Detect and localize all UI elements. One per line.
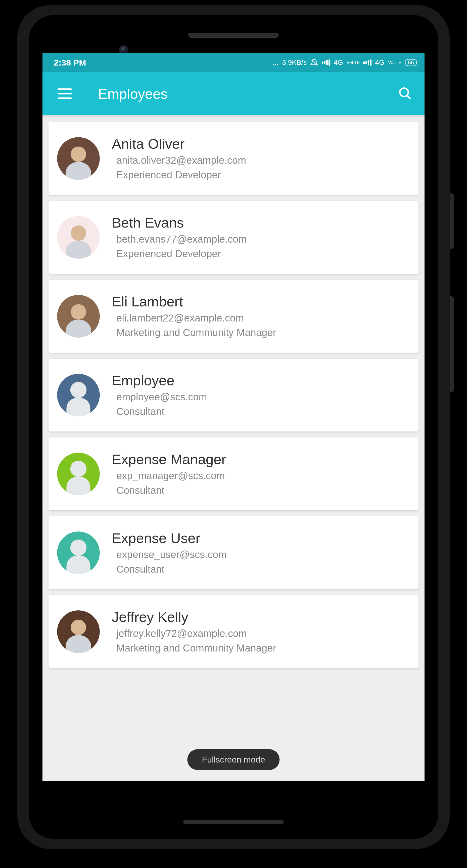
avatar — [57, 610, 100, 653]
employee-card[interactable]: Employeeemployee@scs.comConsultant — [49, 359, 418, 432]
employee-email: beth.evans77@example.com — [116, 233, 247, 245]
svg-point-9 — [70, 304, 86, 319]
employee-card[interactable]: Eli Lamberteli.lambert22@example.comMark… — [49, 280, 418, 352]
toast-text: Fullscreen mode — [202, 755, 265, 764]
employee-card[interactable]: Anita Oliveranita.oliver32@example.comEx… — [49, 122, 418, 195]
menu-icon[interactable] — [58, 88, 71, 99]
fullscreen-toast: Fullscreen mode — [187, 749, 280, 770]
search-icon[interactable] — [398, 86, 412, 101]
app-bar: Employees — [42, 72, 425, 115]
svg-point-12 — [70, 382, 87, 398]
employee-role: Experienced Developer — [116, 168, 246, 181]
avatar — [57, 295, 100, 338]
employee-info: Employeeemployee@scs.comConsultant — [112, 372, 207, 418]
employee-email: anita.oliver32@example.com — [116, 154, 246, 166]
employee-role: Marketing and Community Manager — [116, 642, 276, 654]
employee-info: Beth Evansbeth.evans77@example.comExperi… — [112, 215, 247, 260]
avatar — [57, 216, 100, 259]
status-volte-1: VoLTE — [347, 60, 360, 65]
employee-role: Consultant — [116, 405, 207, 418]
signal-icon — [363, 60, 372, 66]
employee-name: Anita Oliver — [112, 136, 246, 152]
employee-info: Expense Managerexp_manager@scs.comConsul… — [112, 451, 226, 497]
employee-card[interactable]: Expense Userexpense_user@scs.comConsulta… — [49, 516, 418, 589]
screen: 2:38 PM ... 3.9KB/s 4G VoLTE 4G — [42, 53, 425, 781]
employee-email: exp_manager@scs.com — [116, 469, 226, 482]
svg-point-16 — [70, 539, 87, 556]
phone-side-button — [450, 193, 454, 249]
employee-info: Anita Oliveranita.oliver32@example.comEx… — [112, 136, 246, 181]
employee-role: Marketing and Community Manager — [116, 326, 276, 339]
dnd-icon — [310, 59, 318, 67]
status-bar: 2:38 PM ... 3.9KB/s 4G VoLTE 4G — [42, 53, 425, 72]
employee-info: Eli Lamberteli.lambert22@example.comMark… — [112, 293, 276, 339]
svg-point-18 — [70, 620, 86, 635]
employee-info: Jeffrey Kellyjeffrey.kelly72@example.com… — [112, 609, 276, 654]
avatar — [57, 137, 100, 180]
avatar — [57, 374, 100, 416]
page-title: Employees — [98, 86, 398, 102]
status-time: 2:38 PM — [54, 58, 86, 68]
employee-role: Experienced Developer — [116, 247, 247, 260]
status-right: ... 3.9KB/s 4G VoLTE 4G VoLTE 66 — [273, 59, 417, 67]
employee-email: eli.lambert22@example.com — [116, 312, 276, 324]
employee-email: employee@scs.com — [116, 391, 207, 403]
employee-card[interactable]: Expense Managerexp_manager@scs.comConsul… — [49, 437, 418, 510]
employee-info: Expense Userexpense_user@scs.comConsulta… — [112, 530, 227, 576]
phone-bezel: 2:38 PM ... 3.9KB/s 4G VoLTE 4G — [29, 15, 438, 839]
employee-name: Employee — [112, 372, 207, 389]
employee-name: Expense Manager — [112, 451, 226, 467]
employee-email: jeffrey.kelly72@example.com — [116, 627, 276, 640]
employee-card[interactable]: Jeffrey Kellyjeffrey.kelly72@example.com… — [49, 595, 418, 668]
phone-frame: 2:38 PM ... 3.9KB/s 4G VoLTE 4G — [17, 5, 450, 849]
employee-card[interactable]: Beth Evansbeth.evans77@example.comExperi… — [49, 201, 418, 274]
phone-speaker-bottom — [183, 820, 284, 824]
avatar — [57, 453, 100, 495]
status-volte-2: VoLTE — [388, 60, 401, 65]
employee-list[interactable]: Anita Oliveranita.oliver32@example.comEx… — [42, 115, 425, 781]
status-net-dots: ... — [273, 59, 279, 67]
status-net-1: 4G — [333, 59, 343, 67]
employee-name: Beth Evans — [112, 215, 247, 231]
battery-icon: 66 — [405, 59, 417, 66]
employee-email: expense_user@scs.com — [116, 548, 227, 561]
avatar — [57, 531, 100, 574]
employee-name: Jeffrey Kelly — [112, 609, 276, 625]
svg-line-1 — [407, 95, 410, 98]
employee-name: Eli Lambert — [112, 293, 276, 310]
svg-point-3 — [70, 147, 86, 162]
phone-side-button — [450, 297, 454, 392]
employee-name: Expense User — [112, 530, 227, 546]
svg-point-14 — [70, 461, 87, 477]
status-net-speed: 3.9KB/s — [282, 59, 307, 67]
status-net-2: 4G — [375, 59, 384, 67]
svg-point-6 — [70, 225, 86, 241]
employee-role: Consultant — [116, 563, 227, 576]
employee-role: Consultant — [116, 484, 226, 497]
phone-speaker — [188, 33, 279, 38]
signal-icon — [322, 60, 330, 66]
